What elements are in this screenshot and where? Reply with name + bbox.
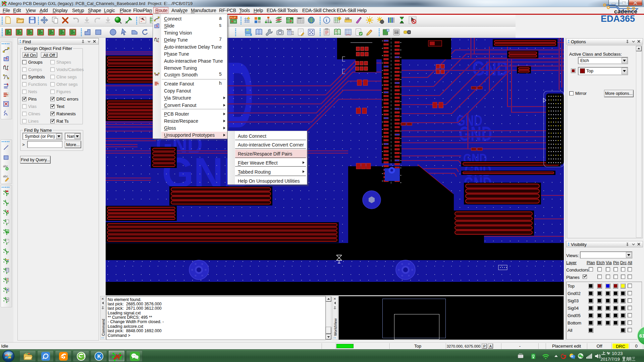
svg-text:2017/7/19: 2017/7/19: [600, 357, 620, 362]
svg-text:abc: abc: [3, 175, 8, 178]
svg-text:ODB: ODB: [246, 34, 251, 36]
svg-text:CM: CM: [287, 17, 290, 19]
svg-text:i: i: [339, 17, 340, 20]
svg-text:FLIP: FLIP: [230, 16, 236, 19]
svg-text:R1R2: R1R2: [287, 28, 291, 31]
svg-text:cadence: cadence: [614, 8, 638, 14]
svg-text:DFA: DFA: [298, 17, 302, 19]
svg-text:K: K: [97, 354, 101, 359]
svg-text:10:23: 10:23: [612, 351, 623, 356]
svg-text:123: 123: [345, 17, 350, 20]
svg-text:V1: V1: [292, 31, 294, 33]
svg-text:V2: V2: [292, 33, 294, 35]
svg-text:U1: U1: [395, 31, 398, 34]
svg-text:i: i: [326, 18, 327, 23]
